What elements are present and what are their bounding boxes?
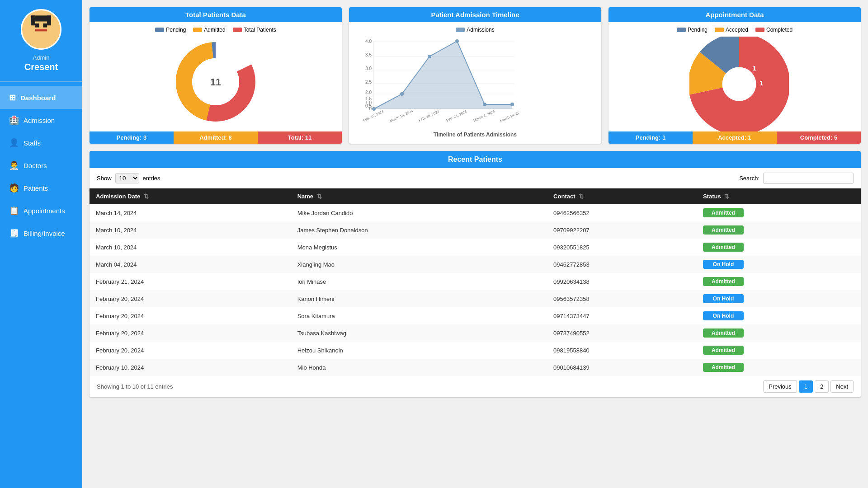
page-1-button[interactable]: 1	[799, 380, 813, 393]
show-entries: Show 10 25 50 100 entries	[97, 173, 160, 183]
legend-total: Total Patients	[233, 27, 276, 33]
cell-date-7: February 20, 2024	[90, 324, 291, 342]
patients-table: Admission Date ⇅ Name ⇅ Contact ⇅ Status…	[90, 188, 861, 376]
timeline-subtitle: Timeline of Patients Admissions	[434, 131, 517, 138]
legend-total-label: Total Patients	[244, 27, 276, 33]
cell-date-0: March 14, 2024	[90, 204, 291, 221]
recent-patients-section: Recent Patients Show 10 25 50 100 entrie…	[90, 151, 861, 397]
prev-button[interactable]: Previous	[763, 380, 797, 393]
appt-legend-completed-label: Completed	[766, 27, 793, 33]
total-patients-title: Total Patients Data	[90, 7, 342, 22]
col-contact[interactable]: Contact ⇅	[547, 188, 697, 204]
sidebar-item-doctors[interactable]: 👨‍⚕️Doctors	[0, 154, 82, 177]
total-patients-footer: Pending: 3 Admitted: 8 Total: 11	[90, 131, 342, 144]
cell-date-3: March 04, 2024	[90, 256, 291, 273]
svg-rect-6	[35, 29, 47, 31]
sidebar-item-admission[interactable]: 🏥Admission	[0, 109, 82, 131]
cell-contact-0: 09462566352	[547, 204, 697, 221]
appt-legend-accepted: Accepted	[715, 27, 748, 33]
sidebar-item-staffs[interactable]: 👤Staffs	[0, 131, 82, 154]
admission-legend: Admissions	[456, 27, 494, 33]
sidebar-item-billing[interactable]: 🧾Billing/Invoice	[0, 222, 82, 244]
svg-text:March 14, 2024: March 14, 2024	[500, 109, 519, 123]
admission-timeline-title: Patient Admission Timeline	[349, 7, 601, 22]
svg-rect-3	[47, 15, 51, 25]
cell-status-7: Admitted	[697, 324, 861, 342]
sidebar-item-label-doctors: Doctors	[24, 162, 47, 169]
entries-select[interactable]: 10 25 50 100	[115, 173, 139, 183]
appt-legend-completed: Completed	[755, 27, 793, 33]
search-input[interactable]	[763, 173, 854, 184]
svg-point-35	[510, 103, 514, 106]
table-header-row: Admission Date ⇅ Name ⇅ Contact ⇅ Status…	[90, 188, 861, 204]
appt-stat-accepted: Accepted: 1	[693, 131, 777, 144]
cell-name-5: Kanon Himeni	[291, 290, 547, 307]
status-badge-6: On Hold	[703, 311, 744, 320]
recent-patients-title: Recent Patients	[90, 151, 861, 168]
svg-text:2.0: 2.0	[365, 90, 372, 95]
svg-text:Feb. 20, 2024: Feb. 20, 2024	[418, 109, 440, 122]
svg-point-32	[428, 55, 431, 58]
table-row: March 14, 2024 Mike Jordan Candido 09462…	[90, 204, 861, 221]
cell-name-3: Xiangling Mao	[291, 256, 547, 273]
appt-legend-completed-color	[755, 28, 764, 32]
cell-date-5: February 20, 2024	[90, 290, 291, 307]
avatar	[21, 9, 61, 50]
cell-name-6: Sora Kitamura	[291, 307, 547, 324]
stat-pending: Pending: 3	[90, 131, 174, 144]
showing-text: Showing 1 to 10 of 11 entries	[97, 383, 173, 390]
charts-row: Total Patients Data Pending Admitted Tot…	[90, 7, 861, 144]
sidebar-icon-staffs: 👤	[9, 138, 19, 148]
svg-text:4.0: 4.0	[365, 39, 372, 44]
total-patients-legend: Pending Admitted Total Patients	[155, 27, 276, 33]
cell-status-1: Admitted	[697, 221, 861, 239]
legend-total-color	[233, 28, 242, 32]
admission-timeline-body: Admissions 4.0 3.5 3.0 2.5 2.0 1.5	[349, 22, 601, 142]
svg-text:Feb. 21, 2024: Feb. 21, 2024	[446, 109, 468, 122]
sidebar-item-patients[interactable]: 🧑Patients	[0, 177, 82, 199]
col-admission-date[interactable]: Admission Date ⇅	[90, 188, 291, 204]
table-row: February 20, 2024 Sora Kitamura 09714373…	[90, 307, 861, 324]
svg-text:7: 7	[726, 80, 730, 87]
sidebar-item-dashboard[interactable]: ⊞Dashboard	[0, 86, 82, 109]
table-row: March 04, 2024 Xiangling Mao 09462772853…	[90, 256, 861, 273]
svg-rect-7	[31, 35, 51, 43]
sidebar-icon-appointments: 📋	[9, 206, 19, 216]
cell-date-6: February 20, 2024	[90, 307, 291, 324]
cell-date-9: February 10, 2024	[90, 359, 291, 376]
patients-tbody: March 14, 2024 Mike Jordan Candido 09462…	[90, 204, 861, 376]
sidebar-item-label-patients: Patients	[24, 184, 48, 192]
sidebar-icon-doctors: 👨‍⚕️	[9, 160, 19, 170]
cell-date-2: March 10, 2024	[90, 239, 291, 256]
stat-total: Total: 11	[258, 131, 342, 144]
pie-chart: 7 1 1	[689, 37, 780, 127]
legend-admitted-label: Admitted	[204, 27, 225, 33]
page-2-button[interactable]: 2	[815, 380, 829, 393]
appt-legend-pending-color	[677, 28, 686, 32]
sidebar-item-label-admission: Admission	[24, 117, 55, 124]
cell-name-2: Mona Megistus	[291, 239, 547, 256]
appointment-card: Appointment Data Pending Accepted Comple…	[609, 7, 861, 144]
col-status[interactable]: Status ⇅	[697, 188, 861, 204]
sidebar-item-appointments[interactable]: 📋Appointments	[0, 199, 82, 222]
total-patients-card: Total Patients Data Pending Admitted Tot…	[90, 7, 342, 144]
admission-timeline-card: Patient Admission Timeline Admissions 4.…	[349, 7, 601, 144]
pagination: Previous 1 2 Next	[763, 380, 854, 393]
sidebar-item-label-staffs: Staffs	[24, 139, 41, 147]
legend-pending-color	[155, 28, 164, 32]
status-badge-9: Admitted	[703, 363, 744, 372]
svg-point-30	[372, 107, 376, 111]
status-badge-8: Admitted	[703, 346, 744, 355]
admin-name: Cresent	[24, 62, 58, 72]
svg-text:2.5: 2.5	[365, 80, 372, 84]
svg-text:11: 11	[210, 76, 221, 88]
cell-name-8: Heizou Shikanoin	[291, 342, 547, 359]
search-box: Search:	[739, 173, 854, 184]
cell-date-1: March 10, 2024	[90, 221, 291, 239]
cell-status-0: Admitted	[697, 204, 861, 221]
col-name[interactable]: Name ⇅	[291, 188, 547, 204]
next-button[interactable]: Next	[830, 380, 854, 393]
sidebar-item-label-appointments: Appointments	[24, 207, 65, 215]
svg-rect-5	[43, 23, 47, 28]
legend-admissions-color	[456, 28, 465, 32]
